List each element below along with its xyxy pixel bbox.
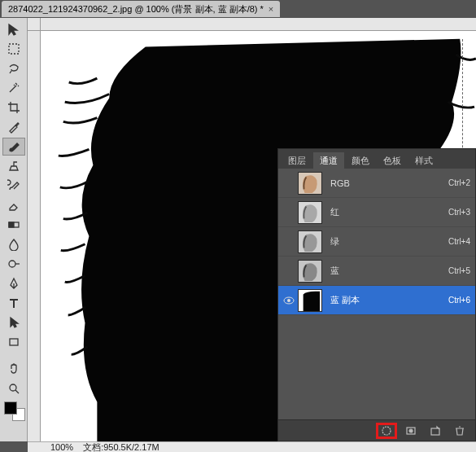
tab-color[interactable]: 颜色 bbox=[345, 152, 376, 169]
visibility-toggle[interactable] bbox=[280, 198, 298, 227]
channel-row[interactable]: RGB Ctrl+2 bbox=[278, 169, 475, 198]
pen-tool[interactable] bbox=[2, 274, 25, 292]
visibility-toggle[interactable] bbox=[280, 169, 298, 198]
channel-thumbnail[interactable] bbox=[298, 260, 322, 283]
panel-tab-strip: 图层 通道 颜色 色板 样式 bbox=[278, 149, 475, 169]
tab-styles[interactable]: 样式 bbox=[408, 152, 439, 169]
visibility-toggle[interactable] bbox=[280, 286, 298, 315]
document-tab-bar: 2874022_121924370962_2.jpg @ 100% (背景 副本… bbox=[0, 0, 476, 18]
document-tab-title: 2874022_121924370962_2.jpg @ 100% (背景 副本… bbox=[8, 3, 264, 15]
channel-thumbnail[interactable] bbox=[298, 289, 322, 312]
gradient-tool[interactable] bbox=[2, 216, 25, 234]
delete-channel-button[interactable] bbox=[449, 423, 470, 439]
channel-row[interactable]: 红 Ctrl+3 bbox=[278, 198, 475, 227]
eraser-tool[interactable] bbox=[2, 196, 25, 214]
channel-shortcut: Ctrl+6 bbox=[433, 296, 470, 305]
channel-label: 红 bbox=[322, 206, 433, 218]
channels-list: RGB Ctrl+2 红 Ctrl+3 绿 Ctrl+4 蓝 Ctrl+5 蓝 … bbox=[278, 169, 475, 419]
svg-rect-2 bbox=[9, 222, 14, 227]
tab-channels[interactable]: 通道 bbox=[313, 152, 344, 169]
brush-tool[interactable] bbox=[2, 138, 25, 156]
svg-point-14 bbox=[382, 427, 391, 435]
channel-label: RGB bbox=[322, 178, 433, 188]
zoom-tool[interactable] bbox=[2, 380, 25, 397]
channel-shortcut: Ctrl+3 bbox=[433, 208, 470, 217]
ruler-horizontal[interactable] bbox=[41, 18, 476, 31]
move-tool[interactable] bbox=[2, 20, 25, 38]
channel-label: 绿 bbox=[322, 235, 433, 248]
magic-wand-tool[interactable] bbox=[2, 79, 25, 97]
eyedropper-tool[interactable] bbox=[2, 118, 25, 136]
channel-row[interactable]: 蓝 Ctrl+5 bbox=[278, 257, 475, 286]
channel-shortcut: Ctrl+4 bbox=[433, 237, 470, 246]
channel-row[interactable]: 蓝 副本 Ctrl+6 bbox=[278, 286, 475, 315]
toolbox bbox=[0, 18, 28, 441]
new-channel-button[interactable] bbox=[425, 423, 446, 439]
svg-rect-0 bbox=[9, 44, 19, 54]
channel-shortcut: Ctrl+2 bbox=[433, 178, 470, 187]
tab-layers[interactable]: 图层 bbox=[282, 152, 312, 169]
status-zoom[interactable]: 100% bbox=[50, 442, 73, 452]
tab-swatches[interactable]: 色板 bbox=[377, 152, 408, 169]
shape-tool[interactable] bbox=[2, 333, 25, 351]
clone-stamp-tool[interactable] bbox=[2, 157, 25, 175]
ruler-corner bbox=[28, 18, 41, 31]
svg-point-5 bbox=[10, 384, 16, 391]
color-swatches[interactable] bbox=[2, 402, 25, 421]
channel-thumbnail[interactable] bbox=[298, 172, 322, 195]
svg-point-16 bbox=[409, 429, 413, 432]
channel-label: 蓝 bbox=[322, 265, 433, 277]
channel-thumbnail[interactable] bbox=[298, 230, 322, 253]
svg-point-12 bbox=[287, 299, 290, 302]
hand-tool[interactable] bbox=[2, 360, 25, 378]
save-selection-as-channel-button[interactable] bbox=[400, 423, 421, 439]
path-select-tool[interactable] bbox=[2, 314, 25, 331]
svg-rect-4 bbox=[10, 339, 18, 345]
crop-tool[interactable] bbox=[2, 99, 25, 116]
panel-footer bbox=[278, 419, 475, 441]
load-channel-as-selection-button[interactable] bbox=[376, 423, 397, 439]
blur-tool[interactable] bbox=[2, 235, 25, 253]
document-tab[interactable]: 2874022_121924370962_2.jpg @ 100% (背景 副本… bbox=[2, 1, 280, 17]
visibility-toggle[interactable] bbox=[280, 257, 298, 286]
svg-rect-17 bbox=[431, 428, 439, 435]
channels-panel: 图层 通道 颜色 色板 样式 RGB Ctrl+2 红 Ctrl+3 绿 Ctr… bbox=[277, 148, 476, 441]
status-doc-info: 文档:950.5K/2.17M bbox=[83, 441, 159, 453]
dodge-tool[interactable] bbox=[2, 255, 25, 273]
channel-shortcut: Ctrl+5 bbox=[433, 266, 470, 275]
status-bar: 100% 文档:950.5K/2.17M bbox=[28, 441, 476, 452]
channel-label: 蓝 副本 bbox=[322, 294, 433, 306]
marquee-tool[interactable] bbox=[2, 40, 25, 58]
foreground-swatch[interactable] bbox=[4, 402, 17, 415]
ruler-vertical[interactable] bbox=[28, 31, 41, 441]
visibility-toggle[interactable] bbox=[280, 227, 298, 257]
close-icon[interactable]: × bbox=[269, 4, 273, 14]
channel-thumbnail[interactable] bbox=[298, 201, 322, 224]
channel-row[interactable]: 绿 Ctrl+4 bbox=[278, 227, 475, 257]
history-brush-tool[interactable] bbox=[2, 177, 25, 195]
type-tool[interactable] bbox=[2, 294, 25, 312]
lasso-tool[interactable] bbox=[2, 59, 25, 77]
svg-point-3 bbox=[9, 261, 15, 267]
